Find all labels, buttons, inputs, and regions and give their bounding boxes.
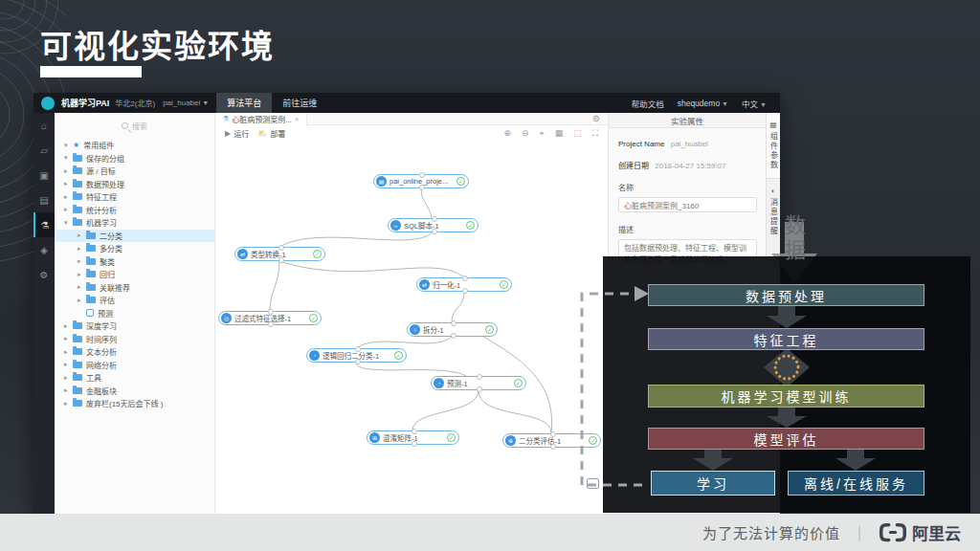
folder-icon [73,322,82,329]
alibaba-cloud-brand: 阿里云 [879,520,961,544]
zoom-out-icon[interactable]: ⊖ [522,128,529,139]
caret-closed-icon: ▸ [64,335,73,342]
database-icon: ▤ [376,176,387,187]
left-icon-rail: ⌂ ▱ ▣ ▤ ⚗ ◈ ⚙ [33,113,55,514]
settings-gear-icon[interactable]: ⚙ [33,262,55,287]
caret-open-icon: ▾ [64,154,73,162]
caret-closed-icon: ▸ [78,283,86,291]
fullscreen-icon[interactable]: ⛶ [592,128,598,139]
tree-item-clustering[interactable]: ▸聚类 [55,255,214,269]
success-check-icon: ✓ [447,433,456,442]
folder-icon [73,336,82,342]
dag-canvas[interactable]: ▤ pai_online_proje... ✓ ‹› SQL脚本-1 ✓ ⇄ 类… [215,142,608,514]
tree-item-deprecated[interactable]: ▸废弃栏(15天后会下线 ) [55,397,214,410]
footer-tagline: 为了无法计算的价值 [702,522,840,542]
flask-icon[interactable]: ⚗ [33,212,55,237]
tree-item-saved-groups[interactable]: ▾保存的分组 [55,152,214,165]
fit-icon[interactable]: ⌖ [540,128,545,139]
search-placeholder: 搜索 [132,121,147,131]
dag-node[interactable]: ⊕ 二分类评估-1 ✓ [502,433,601,448]
caret-closed-icon: ▸ [64,386,73,394]
document-icon[interactable]: ▤ [33,187,55,212]
tree-item-statistics[interactable]: ▸统计分析 [55,204,214,217]
experiments-icon[interactable]: ▣ [33,163,55,187]
grid-icon[interactable]: ▦ [555,128,564,139]
caret-closed-icon: ▸ [78,231,86,239]
caret-closed-icon: ▸ [64,193,73,201]
experiment-tab[interactable]: ⚗ 心脏病预测案例... × [215,113,307,125]
dag-node[interactable]: ◎ 过滤式特征选择-1 ✓ [218,311,322,325]
title-underline [40,66,142,77]
tree-item-recommend[interactable]: ▸关联推荐 [55,281,214,295]
folder-icon [73,348,82,355]
gear-icon[interactable]: ⚙ [592,114,600,123]
footer-divider: ｜ [852,521,867,544]
pai-logo-icon[interactable] [41,97,55,110]
dag-node[interactable]: ◔ 逻辑回归二分类-1 ✓ [306,348,407,363]
brand-name: 阿里云 [912,520,961,544]
tree-item-tools[interactable]: ▸工具 [55,371,214,385]
canvas-toolbar: ▶运行 ⛅部署 ⊕ ⊖ ⌖ ▦ ⬚ ⛶ [215,125,608,142]
dag-node[interactable]: ⊞ 混淆矩阵-1 ✓ [367,430,459,445]
console-icon[interactable]: ›_ [587,478,599,489]
tab-goto-ops[interactable]: 前往运维 [272,93,327,113]
description-label: 描述 [618,224,756,234]
home-icon[interactable]: ⌂ [33,113,55,138]
tree-item-ml[interactable]: ▾机器学习 [55,216,214,230]
deploy-button[interactable]: ⛅部署 [257,128,285,139]
tab-component-params[interactable]: ▦ 组件参数 [767,113,780,179]
help-docs-link[interactable]: 帮助文档 [632,98,664,109]
matrix-icon: ⊞ [369,432,380,443]
tree-item-preprocess[interactable]: ▸数据预处理 [55,178,214,191]
tree-item-regression[interactable]: ▸回归 [55,268,214,281]
search-input[interactable]: 搜索 [64,119,205,133]
experiment-tab-label: 心脏病预测案例... [232,114,292,124]
close-icon[interactable]: × [295,115,300,123]
tab-algorithm-platform[interactable]: 算法平台 [216,93,272,113]
tree-item-finance[interactable]: ▸金融板块 [55,385,214,398]
tree-item-predict[interactable]: 预测 [55,307,214,320]
component-icon [86,309,94,317]
tree-item-multi-class[interactable]: ▸多分类 [55,242,214,255]
model-icon[interactable]: ◈ [33,237,55,262]
folder-icon [73,193,82,200]
tree-item-time-series[interactable]: ▸时间序列 [55,333,214,346]
folder-icon [86,297,96,303]
tree-item-evaluation[interactable]: ▸评估 [55,294,214,307]
dag-node[interactable]: ⇄ 类型转换-1 ✓ [234,247,325,261]
tree-item-source-target[interactable]: ▸源 / 目标 [55,165,214,178]
project-selector[interactable]: pai_huabei▼ [163,99,209,107]
flow-step-feature: 特征工程 [648,328,924,350]
region-selector[interactable]: 华北2(北京) [115,98,155,108]
flow-step-preprocess: 数据预处理 [648,284,924,306]
account-menu[interactable]: shequdemo▼ [678,99,728,108]
tree-item-deep-learning[interactable]: ▸深度学习 [55,320,214,333]
transform-icon: ⇄ [237,249,248,259]
language-menu[interactable]: 中文▼ [742,98,767,109]
tree-item-network-analysis[interactable]: ▸网络分析 [55,359,214,372]
experiment-name-input[interactable]: 心脏病预测案例_3160 [618,197,757,212]
dag-node[interactable]: ‹› SQL脚本-1 ✓ [388,218,479,232]
tree-item-text-analysis[interactable]: ▸文本分析 [55,345,214,359]
tree-item-binary-class[interactable]: ▸二分类 [55,230,214,243]
dag-node[interactable]: ⑂ 拆分-1 ✓ [407,322,498,337]
dag-node[interactable]: ▤ pai_online_proje... ✓ [373,174,469,188]
run-button[interactable]: ▶运行 [225,128,249,139]
zoom-in-icon[interactable]: ⊕ [503,128,511,139]
caret-closed-icon: ▸ [78,271,86,278]
experiment-canvas: ⚗ 心脏病预测案例... × ⚙ ▶运行 ⛅部署 ⊕ ⊖ ⌖ ▦ ⬚ ⛶ [215,113,608,514]
minimap-icon[interactable]: ⬚ [573,128,582,139]
bell-icon: ◐ [771,187,776,195]
created-date-row: 创建日期 2018-04-27 15:59:07 [618,160,756,170]
split-icon: ⑂ [410,324,420,335]
properties-title: 实验属性 [609,113,766,128]
dag-node[interactable]: ◔ 预测-1 ✓ [431,376,526,390]
caret-closed-icon: ▸ [78,245,86,253]
tree-item-feature[interactable]: ▸特征工程 [55,190,214,204]
component-sidebar: 搜索 ▾★常用组件 ▾保存的分组 ▸源 / 目标 ▸数据预处理 ▸特征工程 ▸统… [55,113,215,514]
tree-item-common[interactable]: ▾★常用组件 [55,139,214,152]
folder-icon [86,232,96,239]
dag-node[interactable]: ⇄ 归一化-1 ✓ [416,277,512,292]
flow-step-learn: 学习 [651,471,775,496]
user-icon[interactable]: ▱ [33,138,55,163]
